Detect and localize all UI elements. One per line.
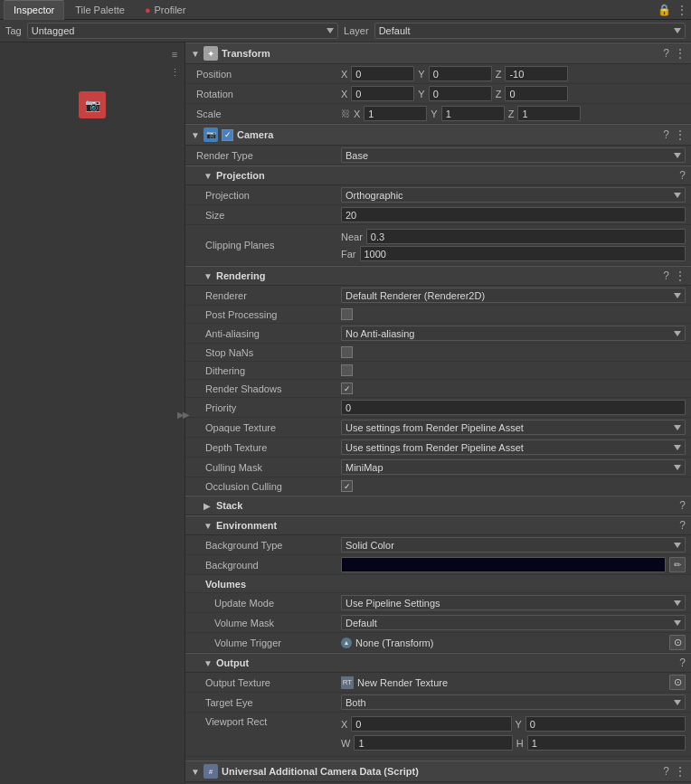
rotation-x-label: X <box>341 89 347 99</box>
viewport-h-input[interactable] <box>527 735 686 751</box>
dithering-label: Dithering <box>196 365 341 376</box>
projection-type-value: Orthographic <box>341 187 686 203</box>
output-help-icon[interactable]: ? <box>679 656 686 669</box>
rotation-z-input[interactable] <box>505 86 568 101</box>
target-eye-dropdown[interactable]: Both <box>341 694 686 710</box>
output-title: Output <box>216 657 679 668</box>
rotation-value: X Y Z <box>341 86 686 101</box>
occlusion-culling-checkbox[interactable] <box>341 480 353 492</box>
lock-icon[interactable]: 🔒 <box>658 4 671 16</box>
position-x-input[interactable] <box>351 66 414 81</box>
transform-arrow: ▼ <box>191 49 200 59</box>
post-processing-value <box>341 308 686 320</box>
camera-arrow: ▼ <box>191 130 200 140</box>
environment-help-icon[interactable]: ? <box>679 519 686 532</box>
renderer-dropdown[interactable]: Default Renderer (Renderer2D) <box>341 288 686 303</box>
camera-section-header[interactable]: ▼ 📷 ✓ Camera ? ⋮ <box>185 124 691 146</box>
volume-trigger-target-btn[interactable]: ⊙ <box>669 635 686 650</box>
occlusion-culling-value <box>341 480 686 492</box>
renderer-value: Default Renderer (Renderer2D) <box>341 288 686 303</box>
camera-actions: ? ⋮ <box>663 128 686 141</box>
eyedropper-button[interactable]: ✏ <box>669 557 686 572</box>
stop-nans-checkbox[interactable] <box>341 346 353 358</box>
culling-mask-dropdown[interactable]: MiniMap <box>341 459 686 475</box>
update-mode-dropdown[interactable]: Use Pipeline Settings <box>341 595 686 610</box>
output-section-header[interactable]: ▼ Output ? <box>185 653 691 673</box>
opaque-texture-value: Use settings from Render Pipeline Asset <box>341 420 686 435</box>
stack-title: Stack <box>216 500 679 511</box>
update-mode-row: Update Mode Use Pipeline Settings <box>185 593 691 613</box>
viewport-w-label: W <box>341 738 350 749</box>
camera-help-icon[interactable]: ? <box>663 128 669 141</box>
background-type-dropdown[interactable]: Solid Color <box>341 537 686 553</box>
scale-row: Scale ⛓ X Y Z <box>185 104 691 124</box>
projection-help-icon[interactable]: ? <box>679 169 686 182</box>
volume-mask-row: Volume Mask Default <box>185 613 691 633</box>
render-shadows-row: Render Shadows <box>185 380 691 398</box>
transform-help-icon[interactable]: ? <box>663 47 669 60</box>
layer-dropdown[interactable]: Default <box>374 23 686 39</box>
tab-profiler[interactable]: ● Profiler <box>136 0 195 20</box>
viewport-w-input[interactable] <box>354 735 512 751</box>
projection-section-header[interactable]: ▼ Projection ? <box>185 165 691 185</box>
post-processing-checkbox[interactable] <box>341 308 353 320</box>
viewport-x-input[interactable] <box>351 716 511 732</box>
universal-menu-icon[interactable]: ⋮ <box>675 765 686 778</box>
culling-mask-row: Culling Mask MiniMap <box>185 458 691 477</box>
position-z-input[interactable] <box>505 66 568 81</box>
sidebar-collapse-arrow[interactable]: ▶ <box>183 409 190 419</box>
viewport-rect-row: Viewport Rect X Y W H <box>185 713 691 757</box>
priority-input[interactable] <box>341 400 686 415</box>
anti-aliasing-dropdown[interactable]: No Anti-aliasing <box>341 326 686 341</box>
menu-icon[interactable]: ⋮ <box>677 4 687 16</box>
stack-help-icon[interactable]: ? <box>679 499 686 512</box>
rendering-menu-icon[interactable]: ⋮ <box>675 269 686 282</box>
scale-z-label: Z <box>508 109 515 119</box>
far-input[interactable] <box>360 246 686 261</box>
position-xyz: X Y Z <box>341 66 686 81</box>
universal-section-header[interactable]: ▼ # Universal Additional Camera Data (Sc… <box>185 760 691 782</box>
sidebar-icon-1[interactable]: ≡ <box>166 46 183 62</box>
universal-help-icon[interactable]: ? <box>663 765 669 778</box>
sidebar-icon-2[interactable]: ⋮ <box>166 64 183 80</box>
tab-tile-palette[interactable]: Tile Palette <box>66 0 134 20</box>
projection-type-dropdown[interactable]: Orthographic <box>341 187 686 203</box>
rendering-section-header[interactable]: ▼ Rendering ? ⋮ <box>185 266 691 286</box>
near-input[interactable] <box>366 229 686 244</box>
projection-type-label: Projection <box>196 190 341 201</box>
opaque-texture-dropdown[interactable]: Use settings from Render Pipeline Asset <box>341 420 686 435</box>
depth-texture-dropdown[interactable]: Use settings from Render Pipeline Asset <box>341 439 686 455</box>
camera-menu-icon[interactable]: ⋮ <box>675 128 686 141</box>
render-shadows-checkbox[interactable] <box>341 383 353 394</box>
position-z-label: Z <box>496 69 502 80</box>
opaque-texture-row: Opaque Texture Use settings from Render … <box>185 418 691 438</box>
rendering-help-icon[interactable]: ? <box>663 269 669 282</box>
scale-z-input[interactable] <box>517 106 581 121</box>
transform-section-header[interactable]: ▼ ✦ Transform ? ⋮ <box>185 43 691 64</box>
size-input[interactable] <box>341 207 686 222</box>
size-value <box>341 207 686 222</box>
tag-dropdown[interactable]: Untagged <box>27 23 338 39</box>
stack-section-header[interactable]: ▶ Stack ? <box>185 496 691 515</box>
environment-section-header[interactable]: ▼ Environment ? <box>185 515 691 535</box>
opaque-texture-label: Opaque Texture <box>196 422 341 433</box>
render-type-dropdown[interactable]: Base <box>341 147 686 163</box>
background-color-swatch[interactable] <box>341 557 666 572</box>
dithering-checkbox[interactable] <box>341 364 353 376</box>
tab-inspector[interactable]: Inspector <box>4 0 64 20</box>
dithering-row: Dithering <box>185 362 691 380</box>
scale-link-icon[interactable]: ⛓ <box>341 109 350 118</box>
output-texture-target-btn[interactable]: ⊙ <box>669 675 686 690</box>
rotation-y-input[interactable] <box>429 86 492 101</box>
position-y-input[interactable] <box>429 66 492 81</box>
size-row: Size <box>185 205 691 225</box>
camera-enable-check[interactable]: ✓ <box>222 129 233 141</box>
rotation-x-input[interactable] <box>351 86 414 101</box>
scale-y-input[interactable] <box>441 106 505 121</box>
volume-mask-dropdown[interactable]: Default <box>341 615 686 630</box>
scale-x-input[interactable] <box>364 106 427 121</box>
scale-value: ⛓ X Y Z <box>341 106 686 121</box>
transform-menu-icon[interactable]: ⋮ <box>675 47 686 60</box>
viewport-y-label: Y <box>516 719 522 730</box>
viewport-y-input[interactable] <box>525 716 686 732</box>
